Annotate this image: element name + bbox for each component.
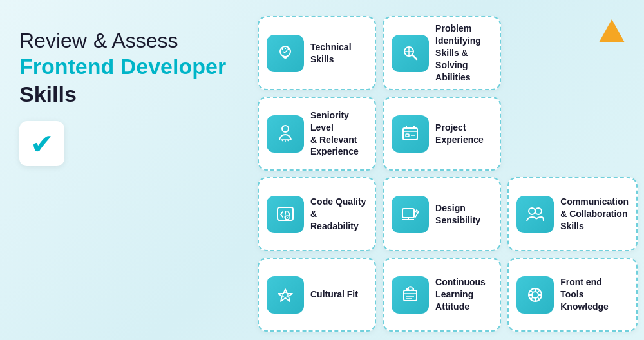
skill-card-design-sensibility[interactable]: DesignSensibility bbox=[383, 177, 501, 251]
skill-card-code-quality[interactable]: Code Quality& Readability bbox=[258, 177, 376, 251]
svg-line-5 bbox=[412, 55, 417, 59]
svg-line-45 bbox=[538, 290, 540, 293]
svg-line-47 bbox=[538, 297, 540, 299]
skill-label-project-experience: ProjectExperience bbox=[435, 122, 484, 146]
skill-icon-seniority-level bbox=[267, 115, 304, 153]
skill-label-seniority-level: Seniority Level& RelevantExperience bbox=[310, 109, 367, 158]
title-and: & bbox=[93, 29, 111, 52]
skill-icon-frontend-tools bbox=[516, 276, 554, 314]
svg-rect-24 bbox=[402, 209, 414, 218]
skill-icon-communication bbox=[516, 196, 554, 233]
skill-card-continuous-learning[interactable]: ContinuousLearningAttitude bbox=[383, 258, 501, 332]
skill-card-frontend-tools[interactable]: Front endToolsKnowledge bbox=[507, 258, 638, 332]
skill-label-problem-identifying: ProblemIdentifyingSkills & SolvingAbilit… bbox=[435, 23, 492, 83]
svg-line-44 bbox=[531, 290, 533, 293]
skill-label-design-sensibility: DesignSensibility bbox=[435, 202, 480, 227]
skill-card-communication[interactable]: Communication& CollaborationSkills bbox=[507, 177, 638, 251]
left-panel: Review & Assess Frontend Developer Skill… bbox=[19, 26, 238, 166]
svg-line-46 bbox=[531, 297, 533, 299]
svg-line-3 bbox=[288, 48, 289, 50]
title-review: Review & Assess bbox=[19, 26, 238, 53]
skill-label-communication: Communication& CollaborationSkills bbox=[560, 196, 629, 232]
svg-point-8 bbox=[282, 126, 289, 132]
checkmark-icon: ✔ bbox=[30, 128, 54, 160]
skill-icon-code-quality bbox=[267, 196, 304, 233]
title-review-text: Review bbox=[19, 29, 87, 52]
svg-rect-13 bbox=[403, 128, 417, 140]
skill-label-technical-skills: TechnicalSkills bbox=[310, 41, 352, 66]
skill-card-cultural-fit[interactable]: Cultural Fit bbox=[258, 258, 376, 332]
skill-icon-technical-skills bbox=[267, 35, 304, 72]
empty-cell-r1c3 bbox=[507, 16, 638, 90]
skill-label-continuous-learning: ContinuousLearningAttitude bbox=[435, 276, 486, 313]
skill-icon-continuous-learning bbox=[392, 276, 429, 314]
skill-label-cultural-fit: Cultural Fit bbox=[310, 288, 358, 301]
checkbox-box: ✔ bbox=[19, 121, 64, 166]
skill-label-code-quality: Code Quality& Readability bbox=[310, 196, 367, 232]
title-skills: Skills bbox=[19, 80, 238, 108]
skill-icon-project-experience bbox=[392, 115, 429, 153]
svg-line-2 bbox=[282, 48, 283, 50]
skills-grid: TechnicalSkills ProblemIdentifyingSkills… bbox=[258, 16, 638, 332]
skill-card-seniority-level[interactable]: Seniority Level& RelevantExperience bbox=[258, 97, 376, 171]
skill-icon-design-sensibility bbox=[392, 196, 429, 233]
title-assess-text: Assess bbox=[111, 29, 178, 52]
skill-card-problem-identifying[interactable]: ProblemIdentifyingSkills & SolvingAbilit… bbox=[383, 16, 501, 90]
title-frontend: Frontend Developer bbox=[19, 53, 238, 80]
svg-point-29 bbox=[535, 208, 542, 214]
empty-cell-r2c3 bbox=[507, 97, 638, 171]
svg-point-28 bbox=[529, 208, 535, 214]
skill-card-project-experience[interactable]: ProjectExperience bbox=[383, 97, 501, 171]
skill-icon-problem-identifying bbox=[392, 35, 429, 72]
skill-icon-cultural-fit bbox=[267, 276, 304, 314]
svg-point-30 bbox=[283, 292, 288, 298]
skill-label-frontend-tools: Front endToolsKnowledge bbox=[560, 276, 609, 313]
checkbox-area: ✔ bbox=[19, 121, 238, 166]
svg-rect-17 bbox=[406, 134, 409, 137]
skill-card-technical-skills[interactable]: TechnicalSkills bbox=[258, 16, 376, 90]
